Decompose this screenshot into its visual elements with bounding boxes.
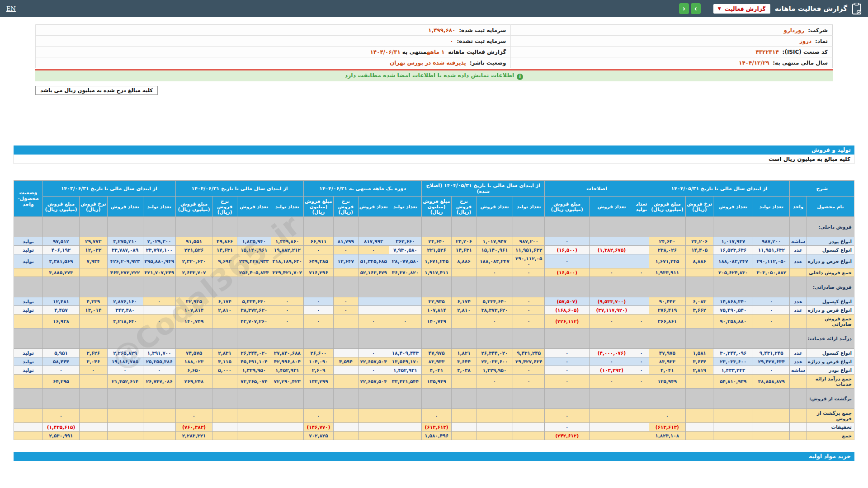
- empty-cell: [175, 389, 212, 409]
- value-cell: ۰: [80, 366, 107, 375]
- value-cell: ۰: [634, 268, 649, 277]
- row-label: جمع فروش صادراتی: [807, 314, 854, 328]
- empty-cell: [237, 328, 271, 349]
- empty-cell: [590, 217, 634, 237]
- value-cell: ۴۷,۹۷۵: [649, 349, 685, 357]
- table-row: تخفیفات(۶۱۳,۶۱۳)۰(۶۱۳,۶۱۳)(۱۴۶,۷۷۰)(۷۶۰,…: [14, 423, 854, 432]
- language-en-link[interactable]: EN: [6, 5, 16, 12]
- report-type-dropdown-label: گزارش فعالیت: [725, 5, 766, 12]
- value-cell: [476, 423, 513, 432]
- value-cell: [590, 409, 634, 423]
- value-cell: ۰: [358, 366, 389, 375]
- column-header: مبلغ فروش (میلیون ریال): [649, 197, 685, 217]
- status-cell: [14, 409, 43, 423]
- empty-cell: [389, 277, 421, 297]
- sum-row: جمع۱,۸۲۳,۱۰۸(۲۴۲,۶۱۲)۱,۵۸۰,۴۹۶۷۰۲,۸۲۵۲,۲…: [14, 432, 854, 440]
- empty-cell: [175, 328, 212, 349]
- value-cell: [333, 409, 358, 423]
- empty-cell: [713, 328, 753, 349]
- status-cell: تولید: [14, 366, 43, 375]
- empty-cell: [271, 328, 303, 349]
- empty-cell: [685, 277, 713, 297]
- unit-cell: ساشه: [790, 366, 807, 375]
- column-header: تعداد تولید: [753, 197, 790, 217]
- value-cell: [452, 409, 476, 423]
- value-cell: [389, 306, 421, 314]
- column-header: واحد: [790, 197, 807, 217]
- value-cell: [389, 423, 421, 432]
- value-cell: ۰: [545, 357, 590, 366]
- value-cell: (۶۱۳,۶۱۳): [422, 423, 452, 432]
- value-cell: ۱,۶۷۱,۲۴۵: [422, 254, 452, 268]
- value-cell: ۱,۳۲۹,۹۵۰: [237, 366, 271, 375]
- value-cell: ۱۳,۵۶۹,۱۷۰: [389, 357, 421, 366]
- value-cell: ۲,۸۷۶,۱۶۰: [107, 297, 143, 306]
- value-cell: ۰: [513, 375, 545, 389]
- value-cell: ۳,۶۴۴: [452, 357, 476, 366]
- status-cell: تولید: [14, 306, 43, 314]
- value-cell: (۱۴۶,۷۷۰): [304, 423, 334, 432]
- column-group-header: اصلاحات: [545, 181, 649, 197]
- value-cell: ۰: [634, 349, 649, 357]
- prev-report-button[interactable]: ‹: [679, 3, 689, 14]
- value-cell: [452, 314, 476, 328]
- empty-cell: [422, 217, 452, 237]
- column-header: نرخ فروش (ریال): [80, 197, 107, 217]
- unit-cell: [790, 423, 807, 432]
- value-cell: ۹۰,۴۴۲: [649, 297, 685, 306]
- value-cell: ۱۸,۴۰۹,۴۴۳: [389, 349, 421, 357]
- value-cell: ۰: [634, 366, 649, 375]
- empty-cell: [790, 328, 807, 349]
- value-cell: ۲۴,۶۴۰: [422, 237, 452, 246]
- empty-cell: [513, 389, 545, 409]
- value-cell: ۶۴,۳۹۵: [42, 375, 79, 389]
- value-cell: [713, 423, 753, 432]
- value-cell: ۴,۰۴۱: [649, 366, 685, 375]
- empty-cell: [271, 389, 303, 409]
- empty-cell: [143, 217, 175, 237]
- empty-cell: [422, 277, 452, 297]
- column-group-header: از ابتدای سال مالی تا تاریخ ۱۴۰۴/۰۵/۳۱: [649, 181, 790, 197]
- status-cell: [14, 375, 43, 389]
- column-group-header: از ابتدای سال مالی تا تاریخ ۱۴۰۳/۰۶/۳۱: [42, 181, 175, 197]
- column-header: تعداد تولید: [271, 197, 303, 217]
- value-cell: ۹۸۷,۲۰۰: [753, 237, 790, 246]
- empty-cell: [358, 389, 389, 409]
- value-cell: ۲۲,۶۵۷,۵۰۴: [358, 375, 389, 389]
- value-cell: [753, 423, 790, 432]
- report-type-dropdown[interactable]: گزارش فعالیت ▼: [713, 4, 770, 14]
- column-group-header: دوره یک ماهه منتهی به ۱۴۰۴/۰۶/۳۱: [304, 181, 422, 197]
- empty-cell: [42, 277, 79, 297]
- next-report-button[interactable]: ›: [691, 3, 701, 14]
- value-cell: ۷۰۲,۸۲۵: [304, 432, 334, 440]
- status-cell: [14, 423, 43, 432]
- value-cell: ۹,۴۳۱,۲۴۵: [513, 349, 545, 357]
- empty-cell: [212, 328, 237, 349]
- empty-cell: [14, 277, 43, 297]
- value-cell: ۱۱,۹۵۱,۶۳۲: [513, 246, 545, 254]
- value-cell: ۰: [545, 237, 590, 246]
- value-cell: ۵۸,۴۴۴: [42, 357, 79, 366]
- value-cell: [271, 409, 303, 423]
- value-cell: ۲۳۹,۴۲۸,۹۳۳: [237, 254, 271, 268]
- value-cell: [333, 349, 358, 357]
- value-cell: ۱۰۷,۸۱۴: [422, 306, 452, 314]
- empty-cell: [685, 389, 713, 409]
- value-cell: ۴۲,۹۹۶,۸۰۴: [271, 357, 303, 366]
- value-cell: ۲۱,۴۵۲,۶۱۴: [107, 375, 143, 389]
- value-cell: ۴,۳۳۹: [80, 297, 107, 306]
- empty-cell: [590, 389, 634, 409]
- value-cell: (۹,۵۳۳,۷۰۰): [590, 297, 634, 306]
- value-cell: [590, 237, 634, 246]
- value-cell: ۵۲,۱۶۳,۶۷۹: [358, 268, 389, 277]
- value-cell: ۶,۰۸۳: [685, 297, 713, 306]
- empty-cell: [753, 328, 790, 349]
- status-cell: تولید: [14, 349, 43, 357]
- value-cell: ۱,۸۳۵,۹۴۰: [237, 237, 271, 246]
- empty-cell: [634, 328, 649, 349]
- value-cell: ۰: [753, 306, 790, 314]
- value-cell: ۲۹,۷۷۳: [80, 237, 107, 246]
- value-cell: ۰: [753, 297, 790, 306]
- column-header: مبلغ فروش (میلیون ریال): [42, 197, 79, 217]
- value-cell: [358, 306, 389, 314]
